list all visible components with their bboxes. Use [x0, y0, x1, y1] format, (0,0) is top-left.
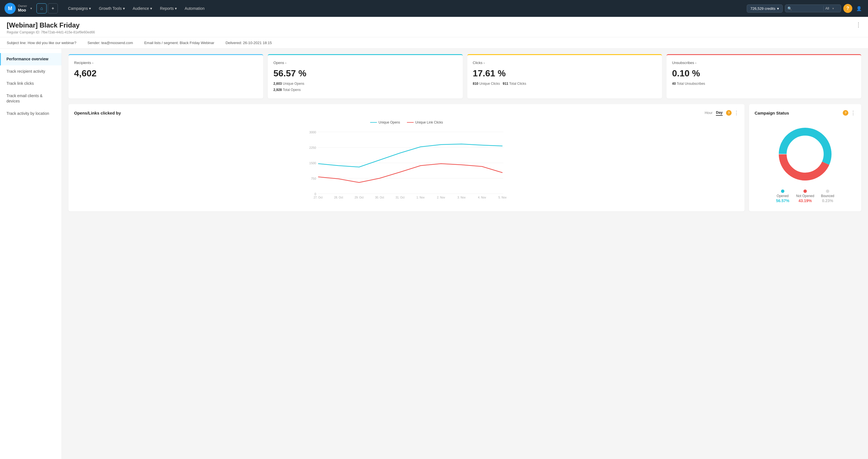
stat-card-unsubscribes: Unsubscribes › 0.10 % 40 Total Unsubscri… — [666, 54, 861, 98]
legend-not-opened: Not Opened 43.19% — [796, 189, 814, 203]
stat-value-recipients: 4,602 — [74, 68, 258, 79]
arrow-icon: › — [695, 61, 696, 65]
stat-card-opens: Opens › 56.57 % 2,603 Unique Opens 2,928… — [268, 54, 463, 98]
chevron-down-icon: ▾ — [777, 6, 779, 11]
chevron-down-icon: ▾ — [123, 6, 125, 11]
stat-value-clicks: 17.61 % — [473, 68, 656, 79]
meta-row: Subject line: How did you like our webin… — [0, 37, 868, 49]
meta-list: Email lists / segment: Black Friday Webi… — [144, 41, 214, 45]
arrow-icon: › — [285, 61, 286, 65]
chart-legend: Unique Opens Unique Link Clicks — [74, 120, 739, 124]
svg-text:3. Nov: 3. Nov — [458, 196, 466, 199]
stat-card-recipients: Recipients › 4,602 — [68, 54, 263, 98]
donut-svg — [774, 123, 836, 185]
more-options-button[interactable]: ⋮ — [856, 21, 861, 28]
svg-text:30. Oct: 30. Oct — [375, 196, 384, 199]
sidebar-item-location[interactable]: Track activity by location — [0, 108, 61, 120]
svg-text:2. Nov: 2. Nov — [437, 196, 445, 199]
chart-header: Opens/Links clicked by Hour Day ? ⋮ — [74, 110, 739, 116]
stat-label-recipients[interactable]: Recipients › — [74, 61, 258, 65]
legend-bounced: Bounced 0.23% — [821, 189, 834, 203]
chevron-down-icon: ▾ — [89, 6, 91, 11]
brand-logo: M — [4, 3, 16, 14]
stat-sub-unsubscribes: 40 Total Unsubscribes — [672, 81, 856, 87]
chevron-down-icon: ▾ — [150, 6, 152, 11]
line-chart-title: Opens/Links clicked by — [74, 111, 121, 115]
svg-text:29. Oct: 29. Oct — [354, 196, 364, 199]
chevron-down-icon: ▾ — [832, 7, 834, 10]
search-icon: 🔍 — [787, 6, 792, 11]
sidebar: Performance overview Track recipient act… — [0, 49, 62, 459]
help-icon[interactable]: ? — [726, 110, 732, 116]
chart-actions: ? ⋮ — [726, 110, 739, 116]
stat-card-clicks: Clicks › 17.61 % 810 Unique Clicks 911 T… — [467, 54, 662, 98]
nav-automation[interactable]: Automation — [181, 4, 208, 13]
legend-line-red — [407, 122, 414, 123]
stats-row: Recipients › 4,602 Opens › 56.57 % 2,603… — [68, 54, 861, 98]
owner-name: Moo — [18, 8, 27, 12]
search-filter[interactable]: All — [824, 6, 831, 11]
legend-dot-gray — [826, 189, 829, 193]
legend-dot-teal — [781, 189, 784, 193]
meta-delivered: Delivered: 26-10-2021 18:15 — [226, 41, 272, 45]
svg-text:27. Oct: 27. Oct — [313, 196, 322, 199]
legend-unique-clicks: Unique Link Clicks — [407, 120, 443, 124]
svg-text:750: 750 — [311, 177, 316, 180]
help-icon[interactable]: ? — [843, 110, 848, 116]
meta-sender: Sender: tea@moosend.com — [88, 41, 133, 45]
user-button[interactable]: 👤 — [855, 4, 864, 13]
arrow-icon: › — [92, 61, 93, 65]
stat-label-clicks[interactable]: Clicks › — [473, 61, 656, 65]
stat-value-opens: 56.57 % — [273, 68, 457, 79]
svg-text:0: 0 — [314, 192, 316, 196]
nav-growth-tools[interactable]: Growth Tools ▾ — [95, 4, 128, 13]
brand[interactable]: M Owner Moo ▾ — [4, 3, 32, 14]
content: Performance overview Track recipient act… — [0, 49, 868, 459]
sidebar-item-performance[interactable]: Performance overview — [0, 53, 61, 65]
search-input[interactable] — [794, 6, 822, 11]
svg-text:4. Nov: 4. Nov — [478, 196, 486, 199]
legend-line-teal — [370, 122, 377, 123]
donut-chart-header: Campaign Status ? ⋮ — [755, 110, 856, 116]
page-title: [Webinar] Black Friday — [7, 21, 95, 29]
home-button[interactable]: ⌂ — [36, 3, 46, 13]
meta-subject: Subject line: How did you like our webin… — [7, 41, 76, 45]
sidebar-item-recipient-activity[interactable]: Track recipient activity — [0, 65, 61, 78]
more-options-icon[interactable]: ⋮ — [850, 110, 856, 116]
nav-menu: Campaigns ▾ Growth Tools ▾ Audience ▾ Re… — [65, 4, 745, 13]
sidebar-item-link-clicks[interactable]: Track link clicks — [0, 78, 61, 90]
svg-text:5. Nov: 5. Nov — [498, 196, 506, 199]
credits-button[interactable]: 726,529 credits ▾ — [747, 4, 783, 12]
chart-tabs: Hour Day — [705, 110, 723, 116]
svg-text:3000: 3000 — [309, 130, 316, 134]
line-chart-svg: 3000 2250 1500 750 0 — [74, 128, 739, 201]
stat-label-unsubscribes[interactable]: Unsubscribes › — [672, 61, 856, 65]
nav-audience[interactable]: Audience ▾ — [129, 4, 155, 13]
owner-label: Owner — [18, 4, 27, 8]
stat-sub-clicks: 810 Unique Clicks 911 Total Clicks — [473, 81, 656, 87]
svg-text:1500: 1500 — [309, 161, 316, 165]
nav-right: 726,529 credits ▾ 🔍 All ▾ ? 👤 — [747, 4, 864, 13]
tab-day[interactable]: Day — [716, 110, 723, 116]
stat-sub-opens: 2,603 Unique Opens 2,928 Total Opens — [273, 81, 457, 93]
legend-unique-opens: Unique Opens — [370, 120, 400, 124]
campaign-id: Regular Campaign ID: 7fbe72ab-44d1-415e-… — [7, 30, 95, 34]
main-content: Recipients › 4,602 Opens › 56.57 % 2,603… — [62, 49, 868, 459]
nav-reports[interactable]: Reports ▾ — [157, 4, 180, 13]
svg-text:1. Nov: 1. Nov — [416, 196, 425, 199]
add-button[interactable]: + — [48, 3, 58, 13]
charts-row: Opens/Links clicked by Hour Day ? ⋮ — [68, 104, 861, 211]
sidebar-item-email-clients[interactable]: Track email clients & devices — [0, 90, 61, 108]
stat-label-opens[interactable]: Opens › — [273, 61, 457, 65]
nav-campaigns[interactable]: Campaigns ▾ — [65, 4, 94, 13]
svg-text:28. Oct: 28. Oct — [334, 196, 343, 199]
donut-wrapper: Opened 56.57% Not Opened 43.19% Bounced — [755, 120, 856, 206]
donut-chart-card: Campaign Status ? ⋮ — [749, 104, 861, 211]
svg-text:2250: 2250 — [309, 146, 316, 149]
help-button[interactable]: ? — [843, 4, 852, 13]
donut-legend: Opened 56.57% Not Opened 43.19% Bounced — [776, 189, 834, 203]
more-options-icon[interactable]: ⋮ — [734, 110, 739, 116]
search-box[interactable]: 🔍 All ▾ — [785, 4, 841, 12]
legend-dot-red — [803, 189, 807, 193]
tab-hour[interactable]: Hour — [705, 111, 713, 115]
